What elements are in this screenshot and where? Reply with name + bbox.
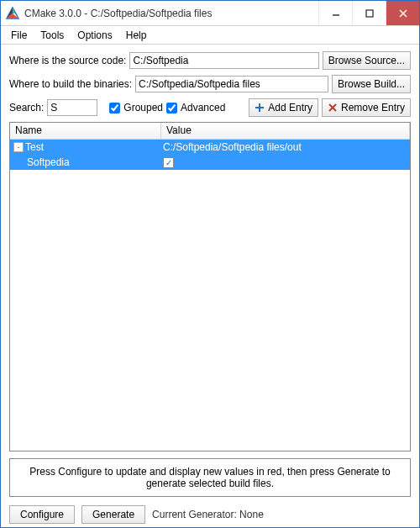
- menu-help[interactable]: Help: [119, 28, 154, 43]
- search-input[interactable]: [47, 99, 97, 116]
- col-name[interactable]: Name: [10, 123, 161, 139]
- remove-entry-label: Remove Entry: [341, 102, 405, 114]
- browse-source-button[interactable]: Browse Source...: [323, 51, 411, 70]
- browse-build-button[interactable]: Browse Build...: [332, 75, 411, 93]
- x-icon: [328, 103, 338, 113]
- menu-options[interactable]: Options: [71, 28, 118, 43]
- minimize-button[interactable]: [318, 1, 352, 25]
- cell-name: -Test: [10, 141, 161, 153]
- advanced-checkbox-input[interactable]: [166, 103, 177, 114]
- grouped-label: Grouped: [123, 102, 163, 114]
- window-title: CMake 3.0.0 - C:/Softpedia/Softpedia fil…: [24, 8, 318, 19]
- cell-value[interactable]: ✓: [161, 157, 410, 168]
- tree-toggle-icon[interactable]: -: [13, 142, 24, 152]
- source-input[interactable]: [129, 52, 318, 69]
- build-input[interactable]: [135, 76, 328, 92]
- source-label: Where is the source code:: [9, 55, 126, 66]
- remove-entry-button[interactable]: Remove Entry: [322, 98, 411, 117]
- configure-button[interactable]: Configure: [9, 505, 75, 524]
- advanced-label: Advanced: [181, 102, 225, 114]
- cell-name: Softpedia: [10, 156, 161, 168]
- row-name-text: Softpedia: [27, 156, 70, 168]
- table-header: Name Value: [10, 123, 410, 140]
- grouped-checkbox[interactable]: Grouped: [109, 102, 163, 114]
- build-label: Where to build the binaries:: [9, 78, 132, 90]
- value-checkbox[interactable]: ✓: [163, 157, 174, 168]
- menu-file[interactable]: File: [4, 28, 34, 43]
- titlebar: CMake 3.0.0 - C:/Softpedia/Softpedia fil…: [1, 1, 419, 26]
- cmake-icon: [6, 7, 19, 20]
- cell-value[interactable]: C:/Softpedia/Softpedia files/out: [161, 141, 410, 153]
- menu-tools[interactable]: Tools: [34, 28, 71, 43]
- close-button[interactable]: [386, 1, 419, 25]
- maximize-button[interactable]: [352, 1, 386, 25]
- table-row[interactable]: Softpedia✓: [10, 155, 410, 170]
- add-entry-label: Add Entry: [268, 102, 312, 114]
- advanced-checkbox[interactable]: Advanced: [166, 102, 225, 114]
- row-name-text: Test: [25, 141, 44, 153]
- col-value[interactable]: Value: [161, 123, 410, 139]
- search-label: Search:: [9, 102, 44, 114]
- svg-rect-5: [366, 10, 373, 17]
- plus-icon: [255, 103, 265, 113]
- info-text: Press Configure to update and display ne…: [9, 458, 411, 497]
- generator-label: Current Generator: None: [152, 509, 264, 520]
- cache-table: Name Value -TestC:/Softpedia/Softpedia f…: [9, 122, 411, 451]
- grouped-checkbox-input[interactable]: [109, 103, 120, 114]
- add-entry-button[interactable]: Add Entry: [249, 98, 318, 117]
- menubar: File Tools Options Help: [1, 26, 419, 45]
- table-row[interactable]: -TestC:/Softpedia/Softpedia files/out: [10, 140, 410, 155]
- generate-button[interactable]: Generate: [81, 505, 145, 524]
